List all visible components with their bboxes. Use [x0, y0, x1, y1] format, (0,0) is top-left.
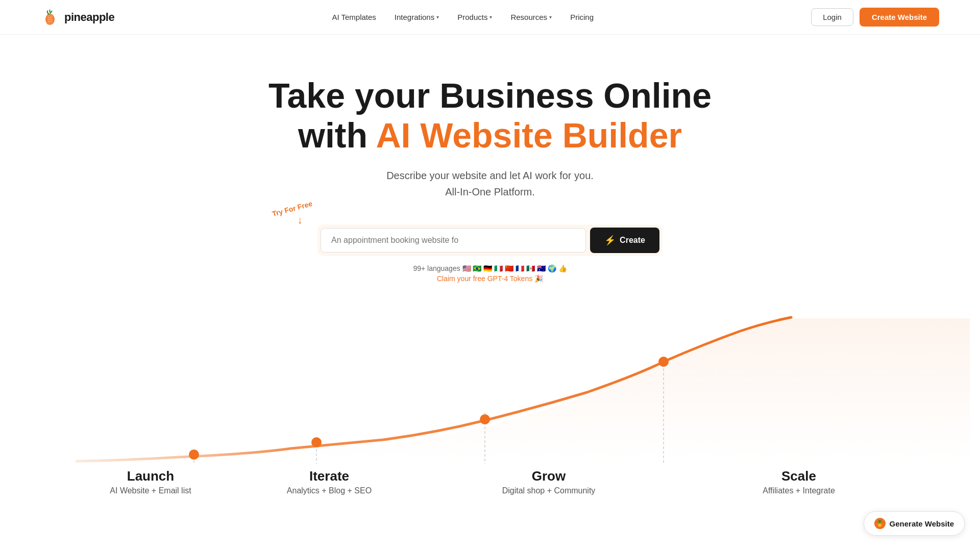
nav-actions: Login Create Website: [811, 8, 939, 27]
floating-generate-button[interactable]: 🍍 Generate Website: [864, 511, 965, 536]
nav-item-integrations[interactable]: Integrations ▾: [395, 13, 439, 21]
search-area: Try For Free ↓ ⚡ Create: [317, 224, 663, 256]
chart-section: Launch AI Website + Email list Iterate A…: [0, 313, 980, 507]
chart-dot-iterate: [311, 437, 322, 447]
hero-section: Take your Business Online with AI Websit…: [0, 35, 980, 507]
logo-text: pineapple: [64, 11, 114, 24]
chart-label-launch: Launch AI Website + Email list: [100, 468, 202, 495]
hero-title: Take your Business Online with AI Websit…: [268, 76, 712, 155]
nav-item-pricing[interactable]: Pricing: [570, 13, 594, 21]
try-arrow-icon: ↓: [287, 214, 313, 226]
chart-label-iterate: Iterate Analytics + Blog + SEO: [278, 468, 380, 495]
chevron-down-icon: ▾: [436, 14, 439, 20]
bolt-icon: ⚡: [604, 235, 616, 246]
nav-link-ai-templates[interactable]: AI Templates: [332, 13, 376, 21]
website-description-input[interactable]: [321, 228, 586, 253]
floating-pineapple-icon: 🍍: [874, 518, 886, 529]
logo-icon: [41, 8, 59, 27]
chevron-down-icon: ▾: [489, 14, 492, 20]
chart-dot-launch: [189, 449, 199, 460]
logo-link[interactable]: pineapple: [41, 8, 114, 27]
try-for-free-label: Try For Free ↓: [272, 204, 313, 226]
create-button[interactable]: ⚡ Create: [590, 228, 659, 253]
nav-link-resources[interactable]: Resources ▾: [510, 13, 552, 21]
nav-item-resources[interactable]: Resources ▾: [510, 13, 552, 21]
chart-label-scale: Scale Affiliates + Integrate: [748, 468, 850, 495]
login-button[interactable]: Login: [811, 8, 853, 26]
nav-item-products[interactable]: Products ▾: [457, 13, 492, 21]
create-website-button[interactable]: Create Website: [860, 8, 939, 27]
nav-link-pricing[interactable]: Pricing: [570, 13, 594, 21]
languages-row: 99+ languages 🇺🇸 🇧🇷 🇩🇪 🇮🇹 🇨🇳 🇫🇷 🇲🇽 🇦🇺 🌍 …: [413, 264, 567, 283]
chevron-down-icon: ▾: [549, 14, 552, 20]
growth-chart: [0, 313, 980, 477]
chart-label-grow: Grow Digital shop + Community: [498, 468, 600, 495]
nav-links: AI Templates Integrations ▾ Products ▾ R…: [332, 13, 594, 21]
nav-item-ai-templates[interactable]: AI Templates: [332, 13, 376, 21]
hero-subtitle: Describe your website and let AI work fo…: [386, 167, 594, 200]
chart-dot-grow: [480, 414, 490, 424]
claim-gpt4-link[interactable]: Claim your free GPT-4 Tokens 🎉: [413, 274, 567, 283]
chart-dot-scale: [658, 357, 669, 367]
navbar: pineapple AI Templates Integrations ▾ Pr…: [0, 0, 980, 35]
search-wrapper: ⚡ Create: [317, 224, 663, 256]
nav-link-products[interactable]: Products ▾: [457, 13, 492, 21]
nav-link-integrations[interactable]: Integrations ▾: [395, 13, 439, 21]
